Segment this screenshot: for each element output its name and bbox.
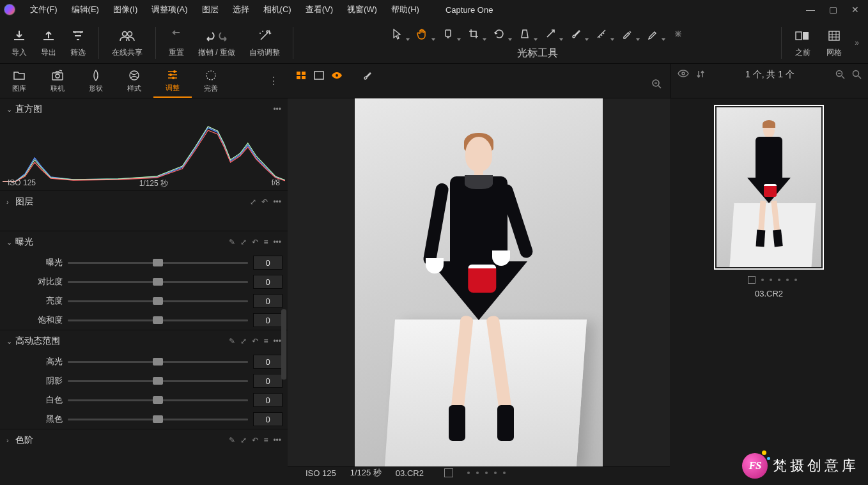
highlight-value[interactable]: 0: [253, 355, 283, 369]
export-button[interactable]: 导出: [35, 26, 63, 59]
star-rating[interactable]: [467, 472, 506, 474]
primary-view-button[interactable]: [312, 69, 326, 82]
grid-button[interactable]: 网格: [820, 26, 848, 59]
window-close-button[interactable]: ✕: [851, 4, 859, 15]
brightness-value[interactable]: 0: [253, 294, 283, 308]
black-slider[interactable]: [68, 419, 248, 420]
white-value[interactable]: 0: [253, 393, 283, 407]
expand-icon[interactable]: ⤢: [240, 337, 247, 346]
tab-styles[interactable]: 样式: [115, 64, 153, 98]
chevron-down-icon: ⌄: [6, 337, 15, 346]
auto-icon[interactable]: ✎: [229, 238, 235, 247]
panel-scrollbar[interactable]: [281, 220, 286, 448]
menu-view[interactable]: 查看(V): [298, 0, 340, 19]
select-tool[interactable]: [388, 26, 406, 42]
shadow-slider[interactable]: [68, 380, 248, 382]
auto-adjust-button[interactable]: 自动调整: [243, 26, 286, 59]
shortcut-tool[interactable]: [669, 26, 687, 42]
menu-image[interactable]: 图像(I): [106, 0, 144, 19]
import-icon: [12, 27, 26, 45]
brush-tool[interactable]: [567, 26, 585, 42]
saturation-value[interactable]: 0: [253, 313, 283, 327]
preset-icon[interactable]: ≡: [263, 337, 268, 346]
tool-tabs-more-button[interactable]: ⋮: [260, 75, 288, 87]
preset-icon[interactable]: ≡: [263, 238, 268, 247]
svg-point-3: [262, 31, 263, 32]
auto-icon[interactable]: ✎: [229, 436, 235, 445]
zoom-fit-button[interactable]: [649, 77, 663, 90]
black-value[interactable]: 0: [253, 412, 283, 426]
menu-camera[interactable]: 相机(C): [256, 0, 298, 19]
spot-tool[interactable]: [541, 26, 559, 42]
highlight-slider[interactable]: [68, 361, 248, 363]
contrast-slider[interactable]: [68, 281, 248, 283]
exposure-slider[interactable]: [68, 262, 248, 264]
menu-file[interactable]: 文件(F): [23, 0, 65, 19]
filter-button[interactable]: 筛选: [64, 26, 92, 59]
share-button[interactable]: 在线共享: [105, 26, 149, 59]
expand-icon[interactable]: ⤢: [240, 238, 247, 247]
white-slider[interactable]: [68, 399, 248, 401]
multi-view-button[interactable]: [294, 69, 308, 82]
tab-library[interactable]: 图库: [0, 64, 38, 98]
histogram-header[interactable]: ⌄ 直方图 •••: [0, 98, 288, 120]
hdr-header[interactable]: ⌄ 高动态范围 ✎ ⤢ ↶ ≡ •••: [0, 330, 288, 352]
undo-small-icon[interactable]: ↶: [252, 337, 258, 346]
sort-icon[interactable]: [696, 69, 705, 79]
tab-adjust[interactable]: 调整: [153, 64, 192, 98]
layers-header[interactable]: › 图层 ⤢ ↶ •••: [0, 191, 288, 213]
panel-menu-button[interactable]: •••: [273, 337, 281, 346]
thumb-rating[interactable]: [741, 276, 797, 284]
annotation-tool[interactable]: [644, 26, 662, 42]
rotate-tool[interactable]: [490, 26, 508, 42]
tab-refine[interactable]: 完善: [192, 64, 230, 98]
undo-redo-button[interactable]: 撤销 / 重做: [192, 26, 242, 59]
pan-tool[interactable]: [414, 26, 431, 42]
thumbnail[interactable]: [714, 105, 824, 270]
viewer-canvas[interactable]: [288, 98, 670, 466]
reset-button[interactable]: 重置: [162, 26, 190, 59]
gradient-tool[interactable]: [593, 26, 610, 42]
color-tag-button[interactable]: [444, 468, 453, 477]
window-maximize-button[interactable]: ▢: [829, 4, 837, 15]
exposure-header[interactable]: ⌄ 曝光 ✎ ⤢ ↶ ≡ •••: [0, 231, 288, 253]
menu-adjustments[interactable]: 调整项(A): [144, 0, 194, 19]
undo-small-icon[interactable]: ↶: [252, 436, 258, 445]
preset-icon[interactable]: ≡: [263, 436, 268, 445]
shadow-value[interactable]: 0: [253, 374, 283, 388]
import-button[interactable]: 导入: [5, 26, 33, 59]
panel-menu-button[interactable]: •••: [273, 238, 281, 247]
saturation-slider[interactable]: [68, 319, 248, 321]
auto-icon[interactable]: ✎: [229, 337, 235, 346]
window-minimize-button[interactable]: —: [806, 4, 815, 15]
brush-mode-button[interactable]: [360, 69, 375, 82]
before-after-button[interactable]: 之前: [788, 26, 818, 59]
exposure-value[interactable]: 0: [253, 256, 283, 270]
crop-tool[interactable]: [465, 26, 483, 42]
proof-view-button[interactable]: [330, 69, 344, 82]
levels-header[interactable]: › 色阶 ✎ ⤢ ↶ ≡ •••: [0, 429, 288, 450]
undo-small-icon[interactable]: ↶: [261, 197, 268, 206]
brightness-slider[interactable]: [68, 300, 248, 302]
keystone-tool[interactable]: [516, 26, 534, 42]
loupe-tool[interactable]: [439, 26, 457, 42]
zoom-browser-button[interactable]: [835, 69, 845, 79]
search-browser-button[interactable]: [851, 69, 862, 79]
tab-tether[interactable]: 联机: [38, 64, 77, 98]
undo-small-icon[interactable]: ↶: [252, 238, 258, 247]
expand-icon[interactable]: ⤢: [250, 197, 256, 206]
menu-help[interactable]: 帮助(H): [384, 0, 426, 19]
tab-shape[interactable]: 形状: [77, 64, 115, 98]
menu-select[interactable]: 选择: [226, 0, 256, 19]
menu-layer[interactable]: 图层: [195, 0, 226, 19]
panel-menu-button[interactable]: •••: [273, 105, 281, 114]
eyedropper-tool[interactable]: [618, 26, 636, 42]
panel-menu-button[interactable]: •••: [273, 197, 281, 206]
visibility-icon[interactable]: [677, 69, 690, 78]
toolbar-overflow-button[interactable]: »: [851, 38, 863, 47]
menu-window[interactable]: 视窗(W): [340, 0, 384, 19]
contrast-value[interactable]: 0: [253, 275, 283, 289]
expand-icon[interactable]: ⤢: [240, 436, 247, 445]
panel-menu-button[interactable]: •••: [273, 436, 281, 445]
menu-edit[interactable]: 编辑(E): [65, 0, 106, 19]
